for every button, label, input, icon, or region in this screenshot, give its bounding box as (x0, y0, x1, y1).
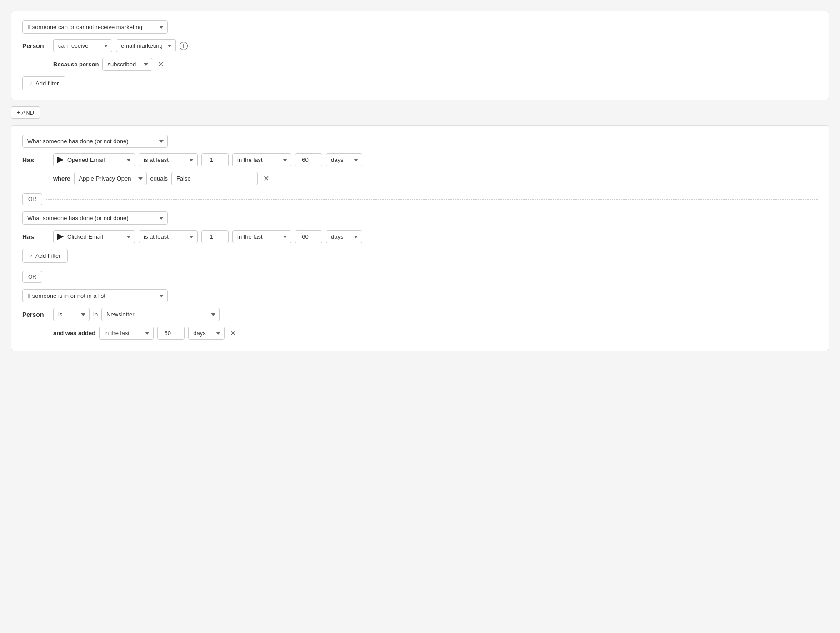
subsection2-add-filter-label: Add Filter (35, 252, 61, 259)
because-person-label: Because person (53, 61, 99, 68)
added-close-button[interactable]: ✕ (228, 330, 238, 337)
block1-condition-select[interactable]: If someone can or cannot receive marketi… (22, 20, 168, 34)
and-button[interactable]: + AND (11, 106, 40, 119)
in-the-last-select1[interactable]: in the last (232, 153, 291, 166)
in-the-last-select3[interactable]: in the last (99, 327, 154, 340)
where-close-button[interactable]: ✕ (261, 175, 271, 182)
subsection1-has-label: Has (22, 156, 50, 164)
info-icon[interactable]: i (180, 42, 188, 50)
or-button2[interactable]: OR (22, 271, 42, 283)
days-input2[interactable] (295, 230, 322, 243)
equals-label: equals (150, 175, 168, 182)
block1-subscribed-select[interactable]: subscribed (102, 58, 152, 71)
or-separator1: OR (22, 193, 818, 205)
subsection3-condition-row: If someone is in or not in a list (22, 289, 818, 302)
value-input1[interactable] (201, 153, 229, 166)
block1-condition-row: If someone can or cannot receive marketi… (22, 20, 818, 34)
and-was-added-label: and was added (53, 330, 95, 337)
filter-icon: ⌿ (29, 80, 33, 87)
subsection3-person-label: Person (22, 311, 50, 318)
or-line1 (46, 199, 818, 200)
in-label: in (93, 311, 98, 318)
subsection3-person-row: Person is in Newsletter (22, 308, 818, 321)
clicked-email-select[interactable]: Clicked Email (53, 230, 135, 243)
clicked-email-icon (57, 234, 64, 240)
is-select[interactable]: is (53, 308, 90, 321)
subsection1-where-row: where Apple Privacy Open equals ✕ (22, 172, 818, 185)
block1-add-filter-label: Add filter (35, 80, 59, 87)
days-input1[interactable] (295, 153, 322, 166)
or-line2 (46, 277, 818, 277)
subsection3: If someone is in or not in a list Person… (22, 289, 818, 342)
is-at-least-select1[interactable]: is at least (139, 153, 198, 166)
or-separator2: OR (22, 271, 818, 283)
subsection2-has-label: Has (22, 233, 50, 241)
block2: What someone has done (or not done) Has … (11, 125, 829, 351)
subsection1-condition-select[interactable]: What someone has done (or not done) (22, 135, 168, 148)
newsletter-select[interactable]: Newsletter (101, 308, 220, 321)
apple-privacy-select[interactable]: Apple Privacy Open (74, 172, 147, 185)
is-at-least-select2[interactable]: is at least (139, 230, 198, 243)
subsection2-condition-select[interactable]: What someone has done (or not done) (22, 211, 168, 225)
days-select3[interactable]: days (188, 327, 225, 340)
block1-email-marketing-select[interactable]: email marketing (116, 39, 176, 52)
subsection2-add-filter-row: ⌿ Add Filter (22, 249, 818, 263)
block1-person-row: Person can receive email marketing i (22, 39, 818, 52)
in-the-last-select2[interactable]: in the last (232, 230, 291, 243)
subsection2: What someone has done (or not done) Has … (22, 211, 818, 265)
block1-person-label: Person (22, 42, 50, 50)
subsection3-added-row: and was added in the last days ✕ (22, 327, 818, 340)
block1-add-filter-row: ⌿ Add filter (22, 76, 818, 90)
block1-because-row: Because person subscribed ✕ (22, 58, 818, 71)
or-button1[interactable]: OR (22, 193, 42, 205)
days-input3[interactable] (157, 327, 185, 340)
block1-add-filter-button[interactable]: ⌿ Add filter (22, 76, 65, 90)
value-input2[interactable] (201, 230, 229, 243)
filter-icon2: ⌿ (29, 252, 33, 259)
subsection2-add-filter-button[interactable]: ⌿ Add Filter (22, 249, 68, 263)
days-select1[interactable]: days (326, 153, 362, 166)
where-label: where (53, 175, 70, 182)
opened-email-icon (57, 157, 64, 163)
block1-can-receive-select[interactable]: can receive (53, 39, 112, 52)
false-value-input[interactable] (171, 172, 258, 185)
and-connector: + AND (11, 106, 829, 119)
opened-email-label: Opened Email (67, 156, 105, 163)
subsection1-condition-row: What someone has done (or not done) (22, 135, 818, 148)
days-select2[interactable]: days (326, 230, 362, 243)
clicked-email-label: Clicked Email (67, 233, 103, 240)
block1: If someone can or cannot receive marketi… (11, 11, 829, 100)
opened-email-select[interactable]: Opened Email (53, 153, 135, 166)
block1-close-button[interactable]: ✕ (156, 61, 165, 68)
subsection2-condition-row: What someone has done (or not done) (22, 211, 818, 225)
subsection3-condition-select[interactable]: If someone is in or not in a list (22, 289, 168, 302)
subsection2-has-row: Has Clicked Email is at least in the las… (22, 230, 818, 243)
subsection1-has-row: Has Opened Email is at least in the last… (22, 153, 818, 166)
subsection1: What someone has done (or not done) Has … (22, 135, 818, 187)
